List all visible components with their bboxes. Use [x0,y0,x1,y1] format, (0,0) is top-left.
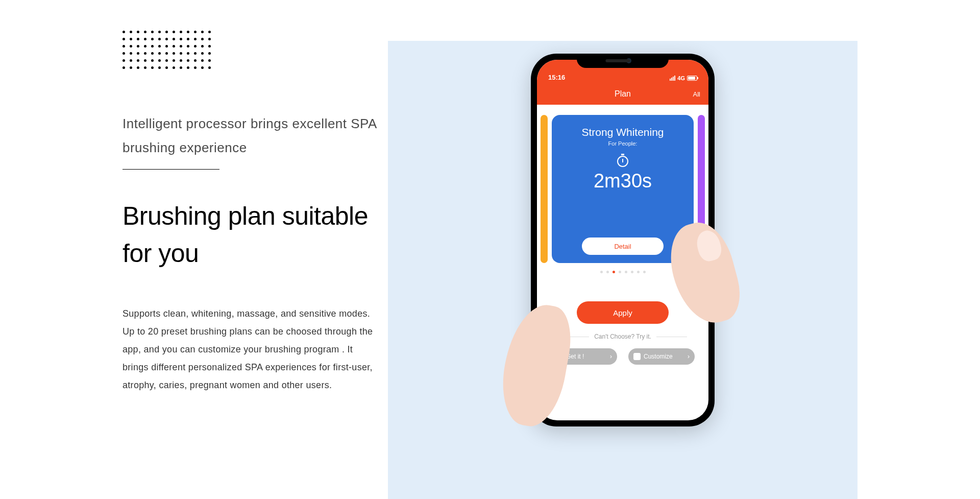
decorative-dot-grid [122,31,388,74]
chevron-right-icon: › [610,353,612,360]
customize-button[interactable]: Customize › [628,348,695,365]
customize-label: Customize [644,353,673,360]
plan-card-title: Strong Whitening [581,126,664,138]
phone-showcase-panel: 15:16 4G Plan All Stro [388,41,857,499]
body-copy: Supports clean, whitening, massage, and … [122,305,378,394]
plan-duration: 2m30s [594,170,652,192]
timer-icon [617,156,628,167]
plan-card-subtitle: For People: [608,140,638,147]
main-title: Brushing plan suitable for you [122,198,388,272]
detail-button[interactable]: Detail [582,237,664,255]
apply-button[interactable]: Apply [577,301,669,324]
network-label: 4G [677,75,685,81]
header-all-link[interactable]: All [693,90,700,98]
app-header: Plan All [537,83,708,105]
prev-card-peek[interactable] [541,115,548,263]
status-bar: 15:16 4G [537,60,708,83]
chevron-right-icon: › [688,353,690,360]
status-time: 15:16 [548,74,565,81]
brushing-plan-card[interactable]: Strong Whitening For People: 2m30s Detai… [552,115,694,263]
notch-speaker-icon [605,59,630,62]
subtitle: Intelligent processor brings excellent S… [122,112,388,160]
divider-line [122,169,219,170]
battery-icon [687,76,697,81]
document-icon [633,353,641,360]
header-title: Plan [615,89,631,99]
signal-bars-icon [670,76,675,81]
